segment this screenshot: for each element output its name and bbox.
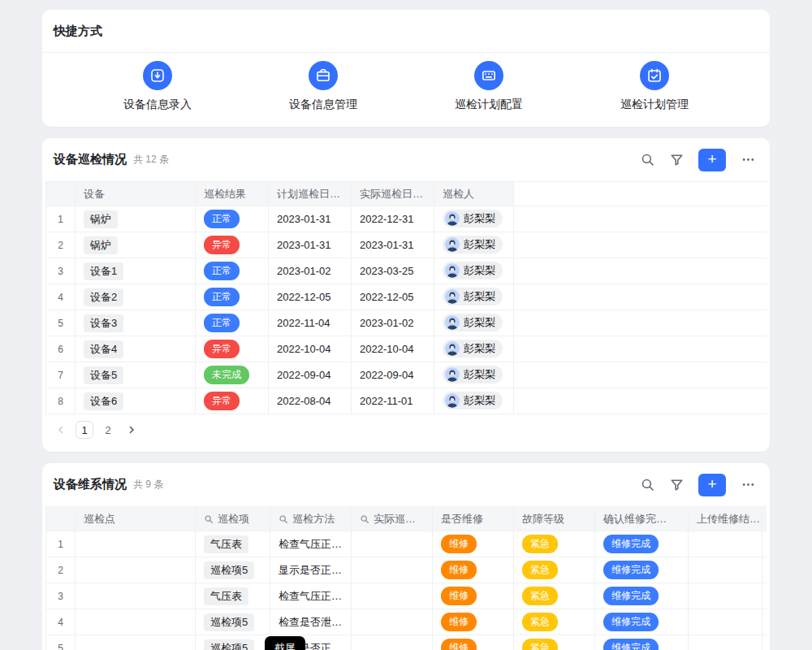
status-badge[interactable]: 异常 <box>204 392 240 410</box>
device-cell[interactable]: 设备1 <box>76 258 196 284</box>
method-cell[interactable]: 显示是否正… <box>270 557 352 583</box>
planned-date-cell[interactable]: 2022-11-04 <box>269 310 352 336</box>
actual-date-cell[interactable]: 2022-11-01 <box>352 388 434 414</box>
add-record-button[interactable]: + <box>698 474 726 496</box>
record-chip[interactable]: 巡检项5 <box>204 561 254 579</box>
column-header[interactable]: 巡检项 <box>196 507 270 531</box>
method-cell[interactable]: 检查气压正… <box>270 583 352 609</box>
search-icon[interactable] <box>637 474 658 496</box>
extra-cell[interactable] <box>762 531 767 557</box>
column-header[interactable]: 设备 <box>76 182 196 206</box>
column-header[interactable]: 是否维修 <box>433 507 514 531</box>
column-header[interactable]: 巡检方法 <box>270 507 352 531</box>
inspector-cell[interactable]: 彭梨梨 <box>434 388 514 414</box>
actual-cell[interactable] <box>352 531 433 557</box>
status-badge[interactable]: 正常 <box>204 262 240 280</box>
level-cell[interactable]: 紧急 <box>514 531 595 557</box>
result-cell[interactable]: 正常 <box>196 258 269 284</box>
status-badge[interactable]: 异常 <box>204 340 240 358</box>
level-cell[interactable]: 紧急 <box>514 557 595 583</box>
table-row[interactable]: 5巡检项5显示是否正…维修紧急维修完成 <box>46 635 767 650</box>
shortcut-device-manage[interactable]: 设备信息管理 <box>240 61 406 112</box>
table-row[interactable]: 6设备4异常2022-10-042022-10-04彭梨梨 <box>46 336 767 362</box>
device-cell[interactable]: 设备5 <box>76 362 196 388</box>
person-chip[interactable]: 彭梨梨 <box>443 210 503 228</box>
actual-cell[interactable] <box>352 635 433 650</box>
extra-cell[interactable] <box>762 583 767 609</box>
status-badge[interactable]: 正常 <box>204 210 240 228</box>
device-cell[interactable]: 锅炉 <box>76 232 196 258</box>
planned-date-cell[interactable]: 2022-12-05 <box>269 284 352 310</box>
item-cell[interactable]: 巡检项5 <box>196 609 270 635</box>
upload-cell[interactable] <box>689 557 762 583</box>
extra-cell[interactable] <box>762 557 767 583</box>
inspector-cell[interactable]: 彭梨梨 <box>434 206 514 232</box>
table-row[interactable]: 5设备3正常2022-11-042023-01-02彭梨梨 <box>46 310 767 336</box>
table-row[interactable]: 4巡检项5检查是否泄…维修紧急维修完成 <box>46 609 767 635</box>
search-icon[interactable] <box>637 150 658 171</box>
shortcut-plan-config[interactable]: 巡检计划配置 <box>406 61 572 112</box>
table-row[interactable]: 8设备6异常2022-08-042022-11-01彭梨梨 <box>46 388 767 414</box>
column-header[interactable]: 上传维修结… <box>689 507 762 531</box>
method-cell[interactable]: 检查是否泄… <box>270 609 352 635</box>
actual-date-cell[interactable]: 2022-09-04 <box>352 362 434 388</box>
item-cell[interactable]: 气压表 <box>196 583 270 609</box>
level-cell[interactable]: 紧急 <box>514 583 595 609</box>
record-chip[interactable]: 气压表 <box>204 535 248 553</box>
person-chip[interactable]: 彭梨梨 <box>443 288 503 306</box>
record-chip[interactable]: 设备2 <box>84 288 123 306</box>
filter-icon[interactable] <box>666 474 687 496</box>
status-badge[interactable]: 维修完成 <box>603 561 659 579</box>
column-header[interactable]: 实际巡检日… <box>352 182 434 206</box>
item-cell[interactable]: 巡检项5 <box>196 635 270 650</box>
status-badge[interactable]: 紧急 <box>522 587 558 605</box>
person-chip[interactable]: 彭梨梨 <box>443 340 503 358</box>
column-header[interactable]: 巡检点 <box>76 507 196 531</box>
item-cell[interactable]: 气压表 <box>196 531 270 557</box>
repair-cell[interactable]: 维修 <box>433 531 514 557</box>
page-number[interactable]: 2 <box>99 421 117 439</box>
device-cell[interactable]: 设备4 <box>76 336 196 362</box>
extra-cell[interactable] <box>762 635 767 650</box>
actual-date-cell[interactable]: 2023-01-31 <box>352 232 434 258</box>
actual-date-cell[interactable]: 2022-12-05 <box>352 284 434 310</box>
status-badge[interactable]: 维修 <box>441 561 477 579</box>
status-badge[interactable]: 正常 <box>204 314 240 332</box>
result-cell[interactable]: 正常 <box>196 310 269 336</box>
record-chip[interactable]: 设备3 <box>84 314 123 332</box>
actual-cell[interactable] <box>352 609 433 635</box>
upload-cell[interactable] <box>689 609 762 635</box>
record-chip[interactable]: 设备6 <box>84 392 123 410</box>
status-badge[interactable]: 正常 <box>204 288 240 306</box>
upload-cell[interactable] <box>689 635 762 650</box>
point-cell[interactable] <box>76 635 196 650</box>
record-chip[interactable]: 锅炉 <box>84 210 118 228</box>
column-header[interactable]: 实际巡… <box>352 507 433 531</box>
column-header[interactable]: 确认维修完… <box>595 507 689 531</box>
more-menu-icon[interactable] <box>737 474 758 496</box>
actual-date-cell[interactable]: 2022-12-31 <box>352 206 434 232</box>
confirm-cell[interactable]: 维修完成 <box>595 583 689 609</box>
result-cell[interactable]: 未完成 <box>196 362 269 388</box>
confirm-cell[interactable]: 维修完成 <box>595 531 689 557</box>
status-badge[interactable]: 维修完成 <box>603 587 659 605</box>
actual-date-cell[interactable]: 2023-01-02 <box>352 310 434 336</box>
status-badge[interactable]: 紧急 <box>522 639 558 650</box>
record-chip[interactable]: 设备1 <box>84 262 123 280</box>
record-chip[interactable]: 设备4 <box>84 340 123 358</box>
repair-cell[interactable]: 维修 <box>433 583 514 609</box>
record-chip[interactable]: 锅炉 <box>84 236 118 254</box>
person-chip[interactable]: 彭梨梨 <box>443 314 503 332</box>
status-badge[interactable]: 紧急 <box>522 561 558 579</box>
repair-cell[interactable]: 维修 <box>433 557 514 583</box>
record-chip[interactable]: 气压表 <box>204 587 248 605</box>
result-cell[interactable]: 异常 <box>196 388 269 414</box>
device-cell[interactable]: 设备6 <box>76 388 196 414</box>
status-badge[interactable]: 紧急 <box>522 613 558 631</box>
repair-cell[interactable]: 维修 <box>433 609 514 635</box>
repair-cell[interactable]: 维修 <box>433 635 514 650</box>
table-row[interactable]: 2锅炉异常2023-01-312023-01-31彭梨梨 <box>46 232 767 258</box>
point-cell[interactable] <box>76 531 196 557</box>
filter-icon[interactable] <box>666 150 687 171</box>
column-header[interactable]: 维… <box>762 507 767 531</box>
